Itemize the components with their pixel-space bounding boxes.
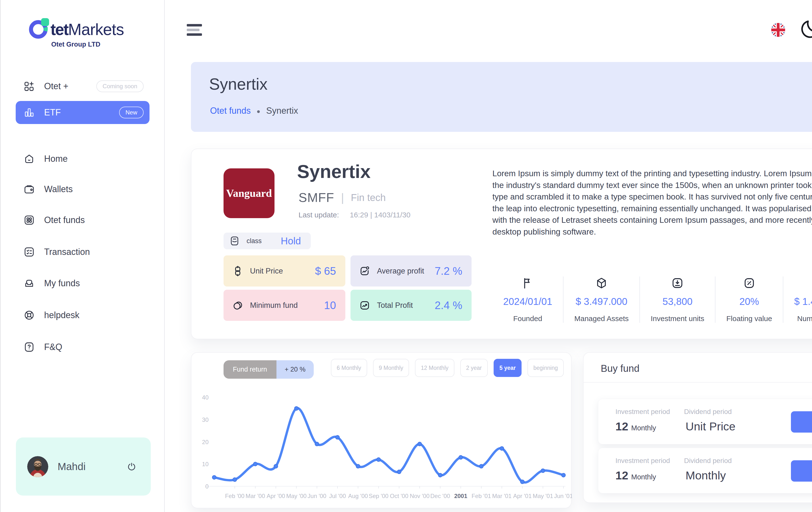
minimum-fund-icon	[232, 300, 243, 311]
offer-card-unit-price: Investment period 12Monthly Dividend per…	[598, 399, 812, 444]
range-beginning[interactable]: beginning	[527, 359, 564, 377]
breadcrumb-current: Synertix	[266, 106, 298, 116]
investment-period-value: 12	[615, 469, 628, 482]
range-9-monthly[interactable]: 9 Monthly	[373, 359, 409, 377]
page-title: Synertix	[209, 75, 267, 93]
average-profit-icon	[359, 265, 371, 277]
breadcrumb: Otet funds Synertix	[210, 106, 298, 116]
sidebar-item-label: Wallets	[44, 184, 73, 194]
invest-button[interactable]: Invest	[791, 460, 812, 482]
range-5-year[interactable]: 5 year	[494, 359, 522, 377]
last-update-label: Last update:	[298, 211, 339, 219]
range-2-year[interactable]: 2 year	[460, 359, 488, 377]
brand-subtitle: Otet Group LTD	[51, 41, 124, 48]
flag-icon	[521, 277, 534, 290]
svg-text:Mar '01: Mar '01	[492, 493, 512, 499]
avatar	[27, 456, 48, 477]
sidebar-item-otet-plus[interactable]: Otet + Coming soon	[16, 77, 149, 96]
dividend-period-value: Monthly	[686, 468, 732, 482]
class-value: Hold	[281, 235, 301, 247]
box-icon	[595, 277, 608, 290]
sidebar-item-label: helpdesk	[44, 310, 79, 320]
total-profit-icon	[359, 300, 371, 311]
menu-toggle-button[interactable]	[187, 24, 202, 36]
range-6-monthly[interactable]: 6 Monthly	[331, 359, 367, 377]
checklist-icon	[24, 246, 35, 258]
sidebar-item-otet-funds[interactable]: Otet funds	[16, 210, 149, 230]
svg-text:20: 20	[202, 439, 209, 445]
svg-text:May '01: May '01	[533, 493, 553, 499]
investment-period-label: Investment period	[615, 408, 670, 416]
sidebar-item-label: Otet +	[44, 81, 68, 91]
investment-period-unit: Monthly	[631, 473, 656, 481]
fund-logo-text: Vanguard	[226, 187, 272, 200]
fund-details-card: Vanguard Synertix SMFF | Fin tech Last u…	[191, 148, 812, 339]
dark-mode-moon-icon[interactable]	[799, 18, 812, 40]
investment-period-label: Investment period	[615, 457, 670, 465]
home-icon	[24, 153, 35, 165]
svg-text:Oct '00: Oct '00	[390, 493, 408, 499]
unit-price-icon	[232, 265, 243, 277]
svg-text:May '00: May '00	[286, 493, 307, 499]
stat-managed-assets: $ 3.497.000 Managed Assets	[563, 277, 640, 323]
fund-class-badge: class Hold	[224, 233, 311, 249]
grid-icon	[24, 215, 35, 226]
stat-number-floats: $ 1.497.000 Number floats	[783, 277, 812, 323]
fund-return-label: Fund return	[224, 360, 277, 379]
dividend-period-label: Dividend period	[684, 457, 732, 465]
fund-symbol: SMFF	[298, 190, 334, 205]
sidebar-item-label: Transaction	[44, 247, 90, 257]
logout-power-icon[interactable]	[126, 461, 137, 472]
coming-soon-badge: Coming soon	[96, 80, 144, 92]
brand-logo: tetMarkets Otet Group LTD	[28, 18, 124, 48]
sidebar-item-label: F&Q	[44, 342, 62, 352]
stat-floating-value: 20% Floating value	[716, 277, 783, 323]
fund-return-legend[interactable]: Fund return + 20 %	[224, 360, 314, 379]
stat-founded: 2024/01/01 Founded	[492, 277, 563, 323]
fund-metrics: Unit Price $ 65 Average profit 7.2 % Min…	[224, 255, 471, 321]
sidebar-item-wallets[interactable]: Wallets	[16, 179, 149, 199]
language-flag-icon[interactable]	[770, 22, 786, 38]
breadcrumb-link-otet-funds[interactable]: Otet funds	[210, 106, 251, 116]
investment-period-unit: Monthly	[631, 424, 656, 432]
sidebar-item-helpdesk[interactable]: helpdesk	[16, 305, 149, 325]
fund-sector: Fin tech	[351, 192, 385, 203]
last-update-value: 16:29 | 1403/11/30	[350, 211, 410, 219]
grid-plus-icon	[24, 81, 35, 92]
profile-card[interactable]: Mahdi	[16, 437, 151, 495]
fund-stats-row: 2024/01/01 Founded $ 3.497.000 Managed A…	[492, 277, 812, 323]
fund-return-value: + 20 %	[277, 360, 314, 379]
fund-name: Synertix	[297, 161, 371, 182]
lifebuoy-icon	[24, 310, 35, 321]
invest-button[interactable]: Invest	[791, 411, 812, 433]
percent-icon	[743, 277, 756, 290]
wallet-icon	[24, 183, 35, 195]
svg-text:Jun '01: Jun '01	[554, 493, 572, 499]
sidebar-item-label: My funds	[44, 278, 80, 288]
sidebar-item-home[interactable]: Home	[16, 149, 149, 169]
metric-unit-price: Unit Price $ 65	[224, 255, 345, 286]
sidebar-item-my-funds[interactable]: My funds	[16, 274, 149, 293]
class-label: class	[246, 237, 262, 245]
svg-text:Feb '01: Feb '01	[471, 493, 491, 499]
dividend-period-value: Unit Price	[686, 420, 735, 433]
svg-text:Nov '00: Nov '00	[410, 493, 430, 499]
range-selector: 6 Monthly 9 Monthly 12 Monthly 2 year 5 …	[331, 359, 564, 377]
buy-fund-panel: Buy fund Investment period 12Monthly Div…	[583, 352, 812, 503]
sidebar-item-etf[interactable]: ETF New	[16, 101, 149, 124]
sidebar-item-transaction[interactable]: Transaction	[16, 242, 149, 262]
sidebar-item-fq[interactable]: F&Q	[16, 337, 149, 357]
svg-text:2001: 2001	[454, 493, 467, 499]
fund-symbol-separator: |	[341, 191, 344, 204]
sidebar-item-label: Home	[44, 154, 68, 164]
fund-description: Lorem Ipsum is simply dummy text of the …	[492, 168, 812, 237]
svg-text:Apr '00: Apr '00	[267, 493, 285, 499]
svg-text:Jun '00: Jun '00	[308, 493, 326, 499]
metric-average-profit: Average profit 7.2 %	[350, 255, 471, 286]
svg-text:Sep '00: Sep '00	[369, 493, 388, 499]
svg-text:30: 30	[202, 417, 209, 423]
bar-chart-icon	[24, 107, 35, 118]
range-12-monthly[interactable]: 12 Monthly	[415, 359, 455, 377]
fund-logo: Vanguard	[224, 168, 274, 218]
new-badge: New	[119, 107, 144, 118]
